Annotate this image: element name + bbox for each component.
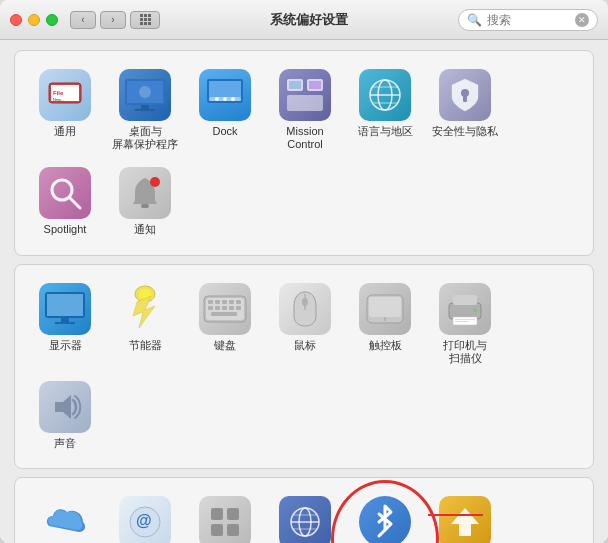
svg-rect-61 [455, 321, 469, 322]
svg-rect-8 [141, 105, 149, 109]
svg-rect-41 [215, 300, 220, 304]
sound-icon [39, 381, 91, 433]
pref-printer[interactable]: 打印机与扫描仪 [427, 277, 503, 371]
svg-line-29 [70, 198, 80, 208]
keyboard-label: 键盘 [214, 339, 236, 352]
svg-point-13 [215, 97, 219, 101]
svg-rect-57 [453, 295, 477, 305]
svg-rect-48 [229, 306, 234, 310]
window-title: 系统偏好设置 [160, 11, 458, 29]
energy-icon [119, 283, 171, 335]
search-icon: 🔍 [467, 13, 482, 27]
pref-spotlight[interactable]: Spotlight [27, 161, 103, 242]
mission-control-label: MissionControl [286, 125, 323, 151]
svg-point-26 [461, 89, 469, 97]
svg-rect-65 [211, 508, 223, 520]
general-icon: File New... [39, 69, 91, 121]
svg-rect-44 [236, 300, 241, 304]
personal-section: File New... 通用 [14, 50, 594, 256]
svg-text:@: @ [136, 512, 152, 529]
svg-rect-47 [222, 306, 227, 310]
pref-network[interactable]: 网络 [267, 490, 343, 543]
pref-general[interactable]: File New... 通用 [27, 63, 103, 157]
pref-desktop[interactable]: 桌面与屏幕保护程序 [107, 63, 183, 157]
trackpad-icon [359, 283, 411, 335]
pref-mission-control[interactable]: MissionControl [267, 63, 343, 157]
pref-sharing[interactable]: 共享 [427, 490, 503, 543]
svg-rect-20 [309, 81, 321, 89]
hardware-grid: 显示器 节能器 [27, 277, 581, 457]
bluetooth-icon [359, 496, 411, 543]
pref-energy[interactable]: 节能器 [107, 277, 183, 371]
pref-sound[interactable]: 声音 [27, 375, 103, 456]
svg-rect-18 [287, 95, 323, 111]
forward-button[interactable]: › [100, 11, 126, 29]
preferences-content: File New... 通用 [0, 40, 608, 543]
svg-rect-45 [208, 306, 213, 310]
svg-rect-54 [369, 297, 401, 317]
back-button[interactable]: ‹ [70, 11, 96, 29]
svg-rect-67 [211, 524, 223, 536]
search-bar[interactable]: 🔍 ✕ [458, 9, 598, 31]
pref-keyboard[interactable]: 键盘 [187, 277, 263, 371]
internet-grid: iCloud @ 互联网帐户 [27, 490, 581, 543]
pref-bluetooth[interactable]: 蓝牙 [347, 490, 423, 543]
svg-text:New...: New... [53, 97, 64, 102]
spotlight-icon [39, 167, 91, 219]
svg-rect-30 [141, 204, 149, 208]
pref-security[interactable]: 安全性与隐私 [427, 63, 503, 157]
svg-marker-62 [55, 395, 71, 419]
svg-marker-74 [451, 508, 479, 536]
svg-point-14 [223, 97, 227, 101]
svg-point-52 [302, 298, 308, 306]
trackpad-label: 触控板 [369, 339, 402, 352]
pref-mouse[interactable]: 鼠标 [267, 277, 343, 371]
icloud-icon [39, 496, 91, 543]
maximize-button[interactable] [46, 14, 58, 26]
energy-label: 节能器 [129, 339, 162, 352]
svg-point-59 [473, 308, 477, 312]
hardware-section: 显示器 节能器 [14, 264, 594, 470]
sound-label: 声音 [54, 437, 76, 450]
pref-trackpad[interactable]: 触控板 [347, 277, 423, 371]
svg-rect-42 [222, 300, 227, 304]
search-input[interactable] [487, 13, 570, 27]
pref-display[interactable]: 显示器 [27, 277, 103, 371]
minimize-button[interactable] [28, 14, 40, 26]
spotlight-label: Spotlight [44, 223, 87, 236]
pref-icloud[interactable]: iCloud [27, 490, 103, 543]
personal-grid: File New... 通用 [27, 63, 581, 243]
svg-rect-9 [135, 109, 155, 111]
svg-rect-50 [211, 312, 237, 316]
close-button[interactable] [10, 14, 22, 26]
svg-rect-35 [55, 322, 75, 324]
notification-label: 通知 [134, 223, 156, 236]
mouse-label: 鼠标 [294, 339, 316, 352]
desktop-label: 桌面与屏幕保护程序 [112, 125, 178, 151]
security-icon [439, 69, 491, 121]
language-label: 语言与地区 [358, 125, 413, 138]
svg-rect-49 [236, 306, 241, 310]
display-icon [39, 283, 91, 335]
pref-language[interactable]: 语言与地区 [347, 63, 423, 157]
svg-point-31 [150, 177, 160, 187]
dock-icon [199, 69, 251, 121]
dock-label: Dock [212, 125, 237, 138]
titlebar: ‹ › 系统偏好设置 🔍 ✕ [0, 0, 608, 40]
keyboard-icon [199, 283, 251, 335]
search-clear-button[interactable]: ✕ [575, 13, 589, 27]
system-preferences-window: ‹ › 系统偏好设置 🔍 ✕ [0, 0, 608, 543]
svg-rect-43 [229, 300, 234, 304]
grid-view-button[interactable] [130, 11, 160, 29]
pref-internet-accounts[interactable]: @ 互联网帐户 [107, 490, 183, 543]
printer-label: 打印机与扫描仪 [443, 339, 487, 365]
svg-text:File: File [53, 90, 64, 96]
nav-buttons: ‹ › [70, 11, 126, 29]
pref-notification[interactable]: 通知 [107, 161, 183, 242]
svg-rect-66 [227, 508, 239, 520]
sharing-icon [439, 496, 491, 543]
network-icon [279, 496, 331, 543]
general-label: 通用 [54, 125, 76, 138]
pref-dock[interactable]: Dock [187, 63, 263, 157]
pref-extensions[interactable]: 扩展 [187, 490, 263, 543]
